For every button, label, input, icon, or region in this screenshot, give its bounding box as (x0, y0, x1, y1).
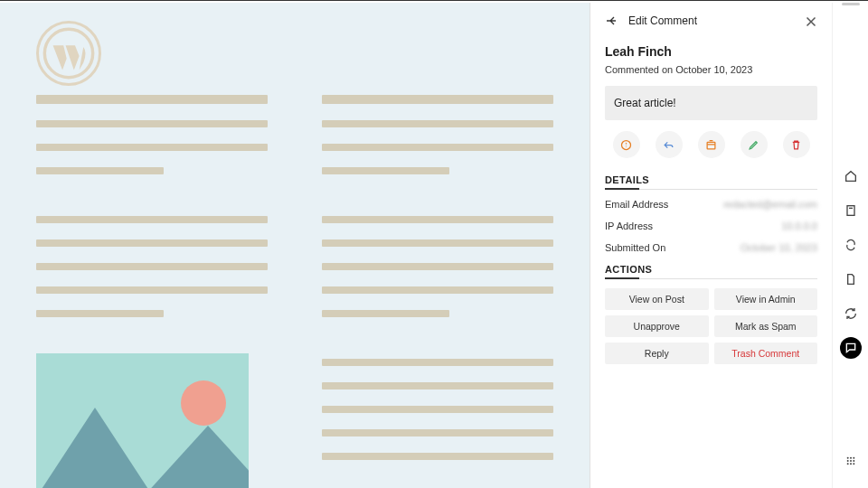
back-arrow-icon[interactable] (605, 14, 619, 28)
trash-icon[interactable] (783, 131, 810, 158)
rail-loop-icon[interactable] (840, 234, 862, 256)
placeholder-column-right (322, 95, 553, 488)
panel-title: Edit Comment (628, 14, 697, 27)
details-heading: DETAILS (605, 174, 817, 190)
reply-button[interactable]: Reply (605, 343, 709, 364)
inbox-icon[interactable] (698, 131, 725, 158)
mark-spam-button[interactable]: Mark as Spam (714, 315, 818, 337)
close-icon[interactable] (803, 14, 819, 30)
rail-grip (842, 3, 860, 5)
edit-comment-panel: Edit Comment Leah Finch Commented on Oct… (590, 3, 832, 488)
commented-on-text: Commented on October 10, 2023 (605, 64, 817, 75)
svg-rect-3 (847, 206, 854, 216)
unapprove-button[interactable]: Unapprove (605, 315, 709, 337)
wordpress-logo (36, 21, 101, 86)
svg-point-11 (850, 463, 852, 465)
svg-point-9 (853, 460, 854, 462)
actions-heading: ACTIONS (605, 264, 817, 279)
svg-point-4 (846, 457, 848, 459)
reply-icon[interactable] (656, 131, 683, 158)
comment-author: Leah Finch (605, 44, 817, 59)
view-in-admin-button[interactable]: View in Admin (714, 288, 818, 310)
edit-icon[interactable] (741, 131, 768, 158)
svg-point-7 (846, 460, 848, 462)
trash-comment-button[interactable]: Trash Comment (714, 343, 818, 364)
placeholder-column-left (36, 95, 268, 488)
detail-ip: IP Address10.0.0.0 (605, 221, 817, 231)
comment-text: Great article! (605, 86, 817, 120)
rail-home-icon[interactable] (840, 165, 862, 187)
editor-canvas (0, 3, 590, 488)
spam-icon[interactable] (613, 131, 640, 158)
rail-grid-icon[interactable] (840, 450, 862, 472)
quick-action-row (605, 131, 817, 158)
svg-rect-2 (707, 142, 715, 149)
svg-point-10 (846, 463, 848, 465)
svg-point-5 (850, 457, 852, 459)
detail-submitted: Submitted OnOctober 10, 2023 (605, 242, 817, 253)
rail-refresh-icon[interactable] (840, 303, 862, 324)
svg-point-12 (853, 463, 854, 465)
detail-email: Email Addressredacted@email.com (605, 199, 817, 210)
image-placeholder (36, 353, 249, 488)
rail-page-icon[interactable] (840, 200, 862, 221)
view-on-post-button[interactable]: View on Post (605, 288, 709, 310)
rail-file-icon[interactable] (840, 268, 862, 290)
right-tool-rail (832, 3, 868, 488)
rail-comment-icon[interactable] (840, 337, 862, 359)
svg-point-6 (853, 457, 854, 459)
svg-point-8 (850, 460, 852, 462)
